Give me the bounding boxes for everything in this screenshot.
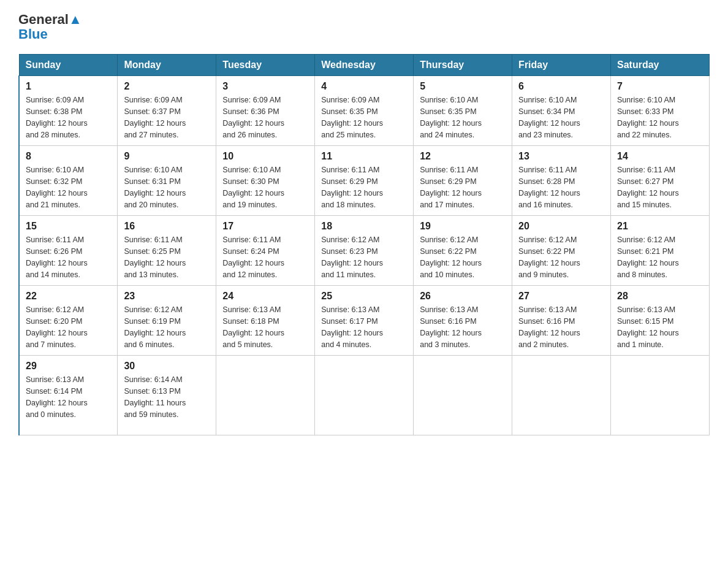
table-row: 26 Sunrise: 6:13 AMSunset: 6:16 PMDaylig… (414, 286, 512, 356)
day-number: 4 (321, 81, 407, 92)
table-row: 21 Sunrise: 6:12 AMSunset: 6:21 PMDaylig… (611, 216, 710, 286)
table-row: 12 Sunrise: 6:11 AMSunset: 6:29 PMDaylig… (414, 146, 512, 216)
day-info: Sunrise: 6:09 AMSunset: 6:35 PMDaylight:… (321, 94, 407, 140)
week-row-1: 1 Sunrise: 6:09 AMSunset: 6:38 PMDayligh… (19, 76, 710, 146)
day-number: 30 (124, 361, 210, 372)
day-info: Sunrise: 6:10 AMSunset: 6:32 PMDaylight:… (26, 164, 111, 210)
day-number: 20 (518, 221, 604, 232)
week-row-3: 15 Sunrise: 6:11 AMSunset: 6:26 PMDaylig… (19, 216, 710, 286)
day-info: Sunrise: 6:09 AMSunset: 6:36 PMDaylight:… (222, 94, 308, 140)
day-number: 22 (26, 291, 111, 302)
week-row-4: 22 Sunrise: 6:12 AMSunset: 6:20 PMDaylig… (19, 286, 710, 356)
table-row: 19 Sunrise: 6:12 AMSunset: 6:22 PMDaylig… (414, 216, 512, 286)
table-row: 17 Sunrise: 6:11 AMSunset: 6:24 PMDaylig… (216, 216, 315, 286)
table-row: 29 Sunrise: 6:13 AMSunset: 6:14 PMDaylig… (19, 356, 118, 435)
col-friday: Friday (512, 55, 611, 76)
week-row-5: 29 Sunrise: 6:13 AMSunset: 6:14 PMDaylig… (19, 356, 710, 435)
calendar-table: Sunday Monday Tuesday Wednesday Thursday… (18, 54, 710, 435)
day-number: 13 (518, 151, 604, 162)
day-info: Sunrise: 6:12 AMSunset: 6:20 PMDaylight:… (26, 304, 111, 350)
day-info: Sunrise: 6:10 AMSunset: 6:33 PMDaylight:… (617, 94, 703, 140)
day-info: Sunrise: 6:13 AMSunset: 6:16 PMDaylight:… (420, 304, 506, 350)
logo: General▲Blue (18, 12, 82, 42)
day-info: Sunrise: 6:12 AMSunset: 6:22 PMDaylight:… (518, 234, 604, 280)
table-row: 11 Sunrise: 6:11 AMSunset: 6:29 PMDaylig… (315, 146, 414, 216)
col-monday: Monday (118, 55, 216, 76)
day-number: 2 (124, 81, 210, 92)
logo-text: General▲Blue (18, 12, 82, 42)
day-info: Sunrise: 6:13 AMSunset: 6:17 PMDaylight:… (321, 304, 407, 350)
day-number: 6 (518, 81, 604, 92)
logo-blue-word: Blue (18, 26, 48, 42)
day-info: Sunrise: 6:11 AMSunset: 6:26 PMDaylight:… (26, 234, 111, 280)
day-info: Sunrise: 6:11 AMSunset: 6:25 PMDaylight:… (124, 234, 210, 280)
col-saturday: Saturday (611, 55, 710, 76)
col-tuesday: Tuesday (216, 55, 315, 76)
table-row: 10 Sunrise: 6:10 AMSunset: 6:30 PMDaylig… (216, 146, 315, 216)
day-number: 24 (222, 291, 308, 302)
day-info: Sunrise: 6:12 AMSunset: 6:23 PMDaylight:… (321, 234, 407, 280)
day-number: 11 (321, 151, 407, 162)
day-info: Sunrise: 6:12 AMSunset: 6:19 PMDaylight:… (124, 304, 210, 350)
table-row: 5 Sunrise: 6:10 AMSunset: 6:35 PMDayligh… (414, 76, 512, 146)
table-row (414, 356, 512, 435)
col-wednesday: Wednesday (315, 55, 414, 76)
table-row: 2 Sunrise: 6:09 AMSunset: 6:37 PMDayligh… (118, 76, 216, 146)
day-info: Sunrise: 6:12 AMSunset: 6:22 PMDaylight:… (420, 234, 506, 280)
day-info: Sunrise: 6:10 AMSunset: 6:34 PMDaylight:… (518, 94, 604, 140)
table-row: 14 Sunrise: 6:11 AMSunset: 6:27 PMDaylig… (611, 146, 710, 216)
table-row: 1 Sunrise: 6:09 AMSunset: 6:38 PMDayligh… (19, 76, 118, 146)
header-row: Sunday Monday Tuesday Wednesday Thursday… (19, 55, 710, 76)
page-header: General▲Blue (18, 12, 710, 42)
table-row (512, 356, 611, 435)
day-number: 21 (617, 221, 703, 232)
day-info: Sunrise: 6:11 AMSunset: 6:24 PMDaylight:… (222, 234, 308, 280)
day-number: 5 (420, 81, 506, 92)
day-info: Sunrise: 6:11 AMSunset: 6:27 PMDaylight:… (617, 164, 703, 210)
day-info: Sunrise: 6:13 AMSunset: 6:18 PMDaylight:… (222, 304, 308, 350)
table-row: 27 Sunrise: 6:13 AMSunset: 6:16 PMDaylig… (512, 286, 611, 356)
table-row: 16 Sunrise: 6:11 AMSunset: 6:25 PMDaylig… (118, 216, 216, 286)
day-number: 29 (26, 361, 111, 372)
table-row: 9 Sunrise: 6:10 AMSunset: 6:31 PMDayligh… (118, 146, 216, 216)
day-number: 9 (124, 151, 210, 162)
day-number: 25 (321, 291, 407, 302)
table-row: 13 Sunrise: 6:11 AMSunset: 6:28 PMDaylig… (512, 146, 611, 216)
table-row (216, 356, 315, 435)
day-info: Sunrise: 6:10 AMSunset: 6:31 PMDaylight:… (124, 164, 210, 210)
col-sunday: Sunday (19, 55, 118, 76)
table-row: 3 Sunrise: 6:09 AMSunset: 6:36 PMDayligh… (216, 76, 315, 146)
day-number: 8 (26, 151, 111, 162)
day-info: Sunrise: 6:14 AMSunset: 6:13 PMDaylight:… (124, 374, 210, 420)
day-number: 7 (617, 81, 703, 92)
table-row: 4 Sunrise: 6:09 AMSunset: 6:35 PMDayligh… (315, 76, 414, 146)
day-info: Sunrise: 6:13 AMSunset: 6:16 PMDaylight:… (518, 304, 604, 350)
table-row: 28 Sunrise: 6:13 AMSunset: 6:15 PMDaylig… (611, 286, 710, 356)
table-row: 18 Sunrise: 6:12 AMSunset: 6:23 PMDaylig… (315, 216, 414, 286)
day-info: Sunrise: 6:10 AMSunset: 6:30 PMDaylight:… (222, 164, 308, 210)
week-row-2: 8 Sunrise: 6:10 AMSunset: 6:32 PMDayligh… (19, 146, 710, 216)
day-number: 26 (420, 291, 506, 302)
day-info: Sunrise: 6:10 AMSunset: 6:35 PMDaylight:… (420, 94, 506, 140)
day-info: Sunrise: 6:13 AMSunset: 6:15 PMDaylight:… (617, 304, 703, 350)
day-number: 10 (222, 151, 308, 162)
day-info: Sunrise: 6:13 AMSunset: 6:14 PMDaylight:… (26, 374, 111, 420)
day-number: 19 (420, 221, 506, 232)
day-number: 16 (124, 221, 210, 232)
table-row: 25 Sunrise: 6:13 AMSunset: 6:17 PMDaylig… (315, 286, 414, 356)
day-info: Sunrise: 6:12 AMSunset: 6:21 PMDaylight:… (617, 234, 703, 280)
table-row: 8 Sunrise: 6:10 AMSunset: 6:32 PMDayligh… (19, 146, 118, 216)
day-number: 18 (321, 221, 407, 232)
day-number: 1 (26, 81, 111, 92)
table-row: 22 Sunrise: 6:12 AMSunset: 6:20 PMDaylig… (19, 286, 118, 356)
day-number: 28 (617, 291, 703, 302)
table-row (611, 356, 710, 435)
day-number: 23 (124, 291, 210, 302)
table-row: 20 Sunrise: 6:12 AMSunset: 6:22 PMDaylig… (512, 216, 611, 286)
day-info: Sunrise: 6:09 AMSunset: 6:37 PMDaylight:… (124, 94, 210, 140)
day-number: 14 (617, 151, 703, 162)
table-row: 15 Sunrise: 6:11 AMSunset: 6:26 PMDaylig… (19, 216, 118, 286)
day-number: 15 (26, 221, 111, 232)
day-info: Sunrise: 6:11 AMSunset: 6:29 PMDaylight:… (321, 164, 407, 210)
col-thursday: Thursday (414, 55, 512, 76)
